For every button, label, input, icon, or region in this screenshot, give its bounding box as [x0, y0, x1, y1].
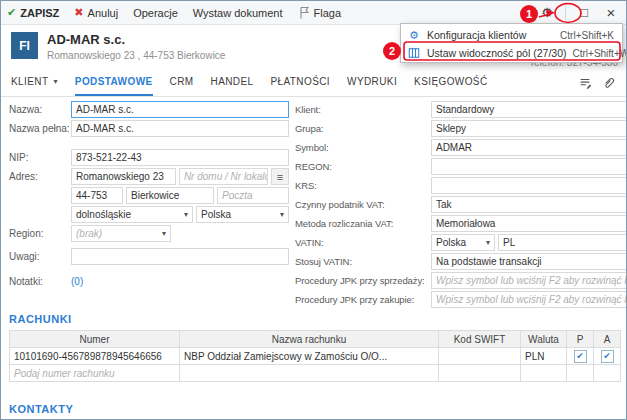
- empty-cell[interactable]: [594, 365, 621, 382]
- wojewodztwo-value: dolnośląskie: [76, 209, 131, 220]
- checkbox-p[interactable]: ✔: [574, 350, 587, 363]
- address-more-button[interactable]: ≡: [271, 168, 289, 185]
- save-label: ZAPISZ: [20, 7, 59, 19]
- symbol-value: ADMAR: [436, 142, 472, 153]
- col-header-a[interactable]: A: [594, 331, 621, 348]
- krs-input[interactable]: [431, 177, 627, 194]
- account-swift-cell[interactable]: [439, 348, 521, 365]
- account-number-cell[interactable]: 10101690-456789878945646656: [10, 348, 180, 365]
- account-name-cell[interactable]: NBP Oddział Zamiejscowy w Zamościu O/O..…: [180, 348, 439, 365]
- nr-domu-input[interactable]: Nr domu / Nr lokalu: [179, 168, 268, 185]
- nazwa-value: AD-MAR s.c.: [76, 104, 134, 115]
- tab-podstawowe[interactable]: PODSTAWOWE: [75, 69, 153, 96]
- stosuj-vatin-select[interactable]: Na podstawie transakcji▾: [431, 253, 627, 270]
- ulica-input[interactable]: Romanowskiego 23: [71, 168, 176, 185]
- grupa-select[interactable]: Sklepy▾: [431, 120, 627, 137]
- klient-select[interactable]: Standardowy▾: [431, 101, 627, 118]
- menu-shortcut: Ctrl+Shift+W: [572, 48, 627, 59]
- miasto-input[interactable]: Bierkowice: [126, 187, 214, 204]
- tab-handel[interactable]: HANDEL: [211, 69, 254, 96]
- notatki-label: Notatki:: [9, 276, 71, 287]
- account-a-cell: ✔: [594, 348, 621, 365]
- col-header-kod-swift[interactable]: Kod SWIFT: [439, 331, 521, 348]
- tab-bar: KLIENT ▾ PODSTAWOWE CRM HANDEL PŁATNOŚCI…: [1, 69, 626, 97]
- uwagi-input[interactable]: [71, 248, 289, 265]
- region-select[interactable]: (brak)▾: [71, 225, 171, 242]
- tab-ksiegowosc[interactable]: KSIĘGOWOŚĆ: [414, 69, 487, 96]
- col-header-nazwa-rachunku[interactable]: Nazwa rachunku: [180, 331, 439, 348]
- kod-pocztowy-input[interactable]: 44-753: [71, 187, 123, 204]
- wojewodztwo-select[interactable]: dolnośląskie▾: [71, 206, 193, 223]
- kraj-select[interactable]: Polska▾: [196, 206, 289, 223]
- new-account-row[interactable]: Podaj numer rachunku: [10, 365, 621, 382]
- nip-value: 873-521-22-43: [76, 152, 142, 163]
- nazwa-pelna-input[interactable]: AD-MAR s.c.: [71, 120, 289, 137]
- symbol-input[interactable]: ADMAR: [431, 139, 627, 156]
- czynny-podatnik-vat-select[interactable]: Tak▾: [431, 196, 627, 213]
- col-header-numer[interactable]: Numer: [10, 331, 180, 348]
- metoda-vat-select[interactable]: Memoriałowa▾: [431, 215, 627, 232]
- notes-icon[interactable]: [578, 76, 592, 90]
- poczta-input[interactable]: Poczta: [217, 187, 289, 204]
- vatin-number-input[interactable]: PL▾: [498, 234, 627, 251]
- tab-platnosci[interactable]: PŁATNOŚCI: [271, 69, 331, 96]
- symbol-label: Symbol:: [295, 142, 431, 153]
- check-icon: ✔: [7, 6, 16, 19]
- window-controls: ⚙ □ ×: [538, 4, 620, 21]
- vat-value: Tak: [436, 199, 452, 210]
- nazwa-pelna-label: Nazwa pełna:: [9, 123, 71, 134]
- menu-item-konfiguracja-klientow[interactable]: ⚙ Konfiguracja klientów Ctrl+Shift+K: [401, 26, 622, 44]
- check-icon: ✔: [576, 352, 584, 361]
- jpk-sprzedaz-input[interactable]: Wpisz symbol lub wciśnij F2 aby rozwinąć…: [431, 272, 627, 289]
- empty-cell[interactable]: [521, 365, 567, 382]
- empty-cell[interactable]: [567, 365, 594, 382]
- region-label: Region:: [9, 228, 71, 239]
- tab-wydruki[interactable]: WYDRUKI: [347, 69, 397, 96]
- col-header-waluta[interactable]: Waluta: [521, 331, 567, 348]
- col-header-p[interactable]: P: [567, 331, 594, 348]
- issue-document-button[interactable]: Wystaw dokument: [193, 7, 283, 19]
- nazwa-input[interactable]: AD-MAR s.c.: [71, 101, 289, 118]
- jpk-sprzedaz-placeholder: Wpisz symbol lub wciśnij F2 aby rozwinąć…: [436, 275, 627, 286]
- account-row[interactable]: 10101690-456789878945646656 NBP Oddział …: [10, 348, 621, 365]
- new-account-number-input[interactable]: Podaj numer rachunku: [10, 365, 180, 382]
- vatin-kraj-select[interactable]: Polska▾: [431, 234, 495, 251]
- regon-input[interactable]: [431, 158, 627, 175]
- client-form: Nazwa: AD-MAR s.c. Nazwa pełna: AD-MAR s…: [1, 97, 626, 310]
- chevron-down-icon: ▾: [278, 210, 284, 219]
- vatin-prefix-value: PL: [503, 237, 515, 248]
- save-button[interactable]: ✔ ZAPISZ: [7, 6, 59, 19]
- empty-cell[interactable]: [180, 365, 439, 382]
- empty-cell[interactable]: [439, 365, 521, 382]
- close-button[interactable]: ×: [602, 4, 620, 21]
- stosuj-vatin-value: Na podstawie transakcji: [436, 256, 542, 267]
- hamburger-icon: ≡: [277, 171, 283, 183]
- notatki-link[interactable]: (0): [71, 276, 83, 287]
- operations-menu-button[interactable]: Operacje: [133, 7, 178, 19]
- attachment-paperclip-icon[interactable]: [602, 76, 616, 90]
- tab-label: HANDEL: [211, 76, 254, 87]
- contacts-section: KONTAKTY: [9, 403, 73, 415]
- jpk-zakup-input[interactable]: Wpisz symbol lub wciśnij F2 aby rozwinąć…: [431, 291, 627, 308]
- chevron-down-icon: ▾: [51, 77, 57, 86]
- menu-item-ustaw-widocznosc-pol[interactable]: Ustaw widoczność pól (27/30) Ctrl+Shift+…: [401, 44, 622, 62]
- tab-bar-icons: [578, 69, 616, 96]
- klient-value: Standardowy: [436, 104, 494, 115]
- accounts-header-row: Numer Nazwa rachunku Kod SWIFT Waluta P …: [10, 331, 621, 348]
- form-left-column: Nazwa: AD-MAR s.c. Nazwa pełna: AD-MAR s…: [9, 101, 289, 310]
- cancel-button[interactable]: ✖ Anuluj: [74, 6, 118, 19]
- chevron-down-icon: ▾: [182, 210, 188, 219]
- cancel-label: Anuluj: [88, 7, 119, 19]
- account-currency-cell[interactable]: PLN: [521, 348, 567, 365]
- flag-button[interactable]: Flaga: [298, 6, 342, 19]
- miasto-value: Bierkowice: [131, 190, 179, 201]
- maximize-button[interactable]: □: [575, 5, 593, 20]
- nip-input[interactable]: 873-521-22-43: [71, 149, 289, 166]
- checkbox-a[interactable]: ✔: [601, 350, 614, 363]
- tab-crm[interactable]: CRM: [170, 69, 194, 96]
- tab-klient-selector[interactable]: KLIENT ▾: [11, 69, 58, 96]
- poczta-placeholder: Poczta: [222, 190, 253, 201]
- tab-label: CRM: [170, 76, 194, 87]
- grupa-value: Sklepy: [436, 123, 466, 134]
- settings-gear-button[interactable]: ⚙: [538, 5, 556, 20]
